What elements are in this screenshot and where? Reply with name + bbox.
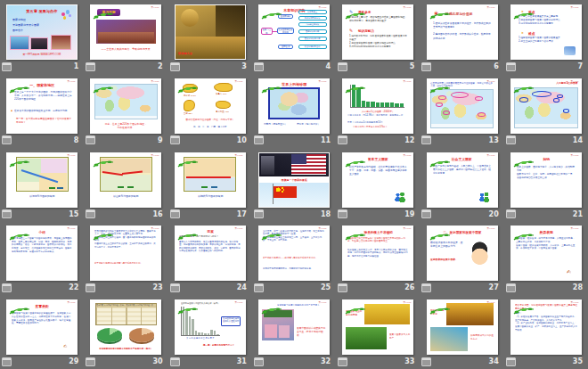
slide-thumbnail-13[interactable]: 第一PPT在世界政区图上找出面积居世界前六位的国家，说出它们所在的大洲，认识它们…	[427, 78, 498, 134]
slide-thumbnail-27[interactable]: 第一PPT二、发达国家和发展中国家根据经济发展水平的差异，通常把世界上的国家分为…	[427, 226, 498, 281]
map-caption: 以纬线划分国界的实例	[183, 194, 238, 207]
slideshow-icon[interactable]	[254, 357, 264, 366]
slide-thumbnail-26[interactable]: 第一PPT神圣的领土不容侵犯中国的领土神圣不可侵犯！台湾是中国领土不可分割的一部…	[342, 226, 413, 281]
slideshow-icon[interactable]	[421, 135, 431, 144]
slideshow-icon[interactable]	[506, 357, 516, 366]
slide-thumbnail-14[interactable]: 第一PPT人口超过1亿的国家	[510, 78, 582, 134]
bar	[216, 334, 218, 335]
map-region	[41, 159, 68, 174]
slideshow-icon[interactable]	[2, 62, 12, 71]
slideshow-icon[interactable]	[170, 62, 180, 71]
slide-thumbnail-15[interactable]: 第一PPT以河流划分国界的实例	[6, 152, 78, 208]
slideshow-icon[interactable]	[338, 62, 347, 71]
slide-thumbnail-24[interactable]: 第一PPT拓展读图思考：国界与领土有何区别与联系？国界是人为划定的界线，领土是国…	[175, 226, 246, 281]
slideshow-icon[interactable]	[170, 283, 180, 292]
vine-decoration-icon	[345, 301, 366, 309]
text-line: （1）从经济发展水平看：发达国家工农业生产现代化程度高，生产技术先进、产品附加值…	[515, 315, 577, 355]
slideshow-icon[interactable]	[254, 62, 264, 71]
slideshow-icon[interactable]	[421, 357, 431, 366]
slide-number: 31	[237, 357, 247, 365]
slideshow-icon[interactable]	[338, 209, 347, 218]
slide-thumbnail-22[interactable]: 第一PPT小结国界是地图上一个国家与邻国之间的界线，是国家主权范围的界线。国界主…	[6, 226, 78, 281]
slide-number: 4	[326, 62, 331, 70]
slide-cell: 第一PPT社会主义国家以生产资料公有制为基础，人民当家作主。中国是世界上最大的社…	[420, 148, 503, 222]
slideshow-icon[interactable]	[86, 62, 95, 71]
slideshow-icon[interactable]	[506, 209, 516, 218]
slideshow-icon[interactable]	[170, 209, 180, 218]
slideshow-icon[interactable]	[2, 357, 12, 366]
slideshow-icon[interactable]	[506, 135, 516, 144]
slide-thumbnail-19[interactable]: 第一PPT资本主义国家以生产资料私有制为基础，社会财富主要集中在少数人手中。美国…	[342, 152, 413, 208]
text-line: 1.运用数据和实例，说出发达国家和发展中国家发展水平的差异。 2.知道发达国家和…	[349, 34, 409, 60]
slide-thumbnail-10[interactable]: 第一PPT俄罗斯 1707加拿大 997巴西 854澳大利亚 769面积居世界前…	[175, 78, 246, 134]
slide-thumbnail-1[interactable]: 第五章 发展与合作国家和地区发达国家和发展中国家国际合作第一PPT模板网 WWW…	[6, 4, 78, 60]
bar	[195, 331, 197, 334]
slide-thumbnail-29[interactable]: 第一PPT贫富差距发达国家与发展中国家之间的贫富差距很大。发达国家人口仅占世界的…	[6, 299, 78, 355]
watermark-text: 第一PPT	[486, 80, 494, 83]
slideshow-icon[interactable]	[506, 62, 516, 71]
vine-decoration-icon	[93, 154, 114, 162]
slide-thumbnail-16[interactable]: 第一PPT以山脉划分国界的实例	[90, 152, 161, 208]
vine-decoration-icon	[345, 154, 366, 162]
slide-thumbnail-32[interactable]: 第一PPT发达国家与发展中国家的工业生产差异很大发展中国家以劳动密集型工业为主，…	[258, 299, 330, 355]
flow-box: 发展中国家的分布	[298, 37, 326, 41]
highlight-ring	[436, 102, 443, 107]
slideshow-icon[interactable]	[2, 135, 12, 144]
slideshow-icon[interactable]	[86, 283, 95, 292]
text-line: 梵蒂冈（罗马市区内）	[264, 122, 294, 134]
slideshow-icon[interactable]	[421, 283, 431, 292]
slide-thumbnail-9[interactable]: 第一PPT目前，世界上有220多个国家和地区， 分布在各大洲。	[90, 78, 161, 134]
slide-thumbnail-5[interactable]: 第一PPT✎课前参考了解本课主要内容，结合地图查找世界主要国家和地区，做好课前预…	[342, 4, 413, 60]
country-shape	[184, 100, 195, 111]
slide-thumbnail-34[interactable]: 第一PPT发达国家服务业发达旅游度假成为人们的生活方式	[427, 299, 498, 355]
slideshow-icon[interactable]	[2, 283, 12, 292]
slide-thumbnail-31[interactable]: 第一PPT世界部分国家人均国民收入的比较（美元）发达国家与发展中国家收入差距悬殊…	[175, 299, 246, 355]
bar	[198, 332, 200, 335]
slide-thumbnail-23[interactable]: 第一PPT世界各国的政治制度主要有资本主义和社会主义两种。国家不论大小、贫富、政…	[90, 226, 161, 281]
slideshow-icon[interactable]	[2, 209, 12, 218]
slide-number: 29	[69, 357, 78, 365]
slide-thumbnail-28[interactable]: 第一PPT差异表现发达国家：经济发达，科学技术水平高，人民生活水平高，主要分布在…	[510, 226, 582, 281]
vine-decoration-icon	[9, 80, 30, 88]
slide-thumbnail-21[interactable]: 第一PPT归纳世界上的国家，面积有大有小，人口有多有少，政治制度不同。 国家不论…	[510, 152, 582, 208]
legend-chip	[49, 187, 55, 189]
slideshow-icon[interactable]	[254, 135, 264, 144]
slide-number: 35	[573, 357, 583, 365]
country-shape	[216, 101, 231, 110]
slideshow-icon[interactable]	[170, 135, 180, 144]
slide-thumbnail-17[interactable]: 第一PPT以纬线划分国界的实例	[175, 152, 246, 208]
slideshow-icon[interactable]	[506, 283, 516, 292]
slideshow-icon[interactable]	[254, 209, 264, 218]
slideshow-icon[interactable]	[170, 357, 180, 366]
slide-thumbnail-35[interactable]: 第一PPT结合课本插图，说说发达国家与发展中国家的差异主要表现在哪些方面？提示：…	[510, 299, 582, 355]
bar	[201, 332, 203, 335]
slide-thumbnail-4[interactable]: 第一PPT本章知识结构发展与合作国家和地区发达国家与发展中国家国际合作国界和领土…	[258, 4, 330, 60]
slide-thumbnail-3[interactable]: 联合国大会	[175, 4, 246, 60]
slideshow-icon[interactable]	[86, 357, 95, 366]
slide-thumbnail-12[interactable]: 第一PPT人口超过1亿的国家（2000年）中国人口最多，约12.95亿；其次是印…	[342, 78, 413, 134]
slide-thumbnail-33[interactable]: 第一PPT发达国家农业机械化程度高发展中国家多为人工生产	[342, 299, 413, 355]
slide-thumbnail-11[interactable]: 第一PPT世界上的袖珍国梵蒂冈（罗马市区内）摩纳哥（地中海沿岸）	[258, 78, 330, 134]
slide-thumbnail-2[interactable]: 第一PPT学习目标——全世界人民共同努力，争取和平与发展	[90, 4, 161, 60]
slideshow-icon[interactable]	[338, 135, 347, 144]
slideshow-icon[interactable]	[421, 62, 431, 71]
thumbnail-footer: 35	[504, 356, 588, 367]
slide-thumbnail-25[interactable]: 第一PPT当今世界，和平与发展是时代的主题。但地区冲突、领土争端仍然不断，影响着…	[258, 226, 330, 281]
bar	[366, 102, 370, 108]
photo-caption: 联合国大会	[178, 52, 213, 60]
slide-cell: 第一PPT以河流划分国界的实例15	[0, 148, 84, 222]
map-caption: 以河流划分国界的实例	[14, 194, 69, 207]
slideshow-icon[interactable]	[421, 209, 431, 218]
slideshow-icon[interactable]	[86, 209, 95, 218]
slide-thumbnail-30[interactable]: 发达国家 人均国民生产总值（美元） 发展中国家 人均国民生产总值（美元）发达国家…	[90, 299, 161, 355]
slide-thumbnail-7[interactable]: 第一PPT➤重点1.了解当今世界发展差异及其主要表现。 2.知道发达国家与发展中…	[510, 4, 582, 60]
slide-thumbnail-8[interactable]: 第一PPT一、国家和地区◆世界上有一个个大小不等的国家，不同的国家面积大小不同、…	[6, 78, 78, 134]
slide-thumbnail-6[interactable]: 第一PPT❀情感态度与价值观1.通过认识世界各国发展水平的差异，初步形成正确的全…	[427, 4, 498, 60]
slide-thumbnail-18[interactable]: 国旗是一个国家的象征	[258, 152, 330, 208]
slideshow-icon[interactable]	[338, 357, 347, 366]
slideshow-icon[interactable]	[254, 283, 264, 292]
slideshow-icon[interactable]	[338, 283, 347, 292]
slide-thumbnail-20[interactable]: 第一PPT社会主义国家以生产资料公有制为基础，人民当家作主。中国是世界上最大的社…	[427, 152, 498, 208]
slideshow-icon[interactable]	[86, 135, 95, 144]
watermark-text: 第一PPT	[235, 154, 243, 157]
